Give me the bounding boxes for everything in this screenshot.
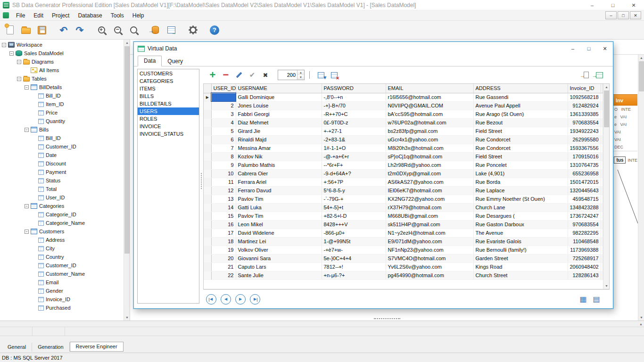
tree-item-price[interactable]: Price (0, 108, 123, 117)
cell-password[interactable]: -9-d+64A+? (322, 169, 386, 178)
menu-project[interactable]: Project (48, 10, 74, 20)
tree-item-status[interactable]: Status (0, 176, 123, 185)
collapse-icon[interactable]: − (25, 230, 29, 234)
dialog-minimize-button[interactable]: – (565, 42, 581, 55)
cell-user-id[interactable]: 21 (211, 263, 236, 271)
cell-username[interactable]: Pavlov Tim (236, 212, 322, 220)
column-header-user-id[interactable]: USER_ID (211, 84, 236, 93)
cell-invoice-id[interactable]: 262995580 (568, 135, 601, 144)
help-button[interactable]: ? (206, 23, 223, 38)
tree-scrollbar[interactable]: ▲ ▼ (124, 40, 130, 321)
cell-password[interactable]: -,8'0--+n (322, 93, 386, 101)
window-maximize-button[interactable]: □ (603, 0, 623, 10)
table-list-item-items[interactable]: ITEMS (138, 85, 199, 92)
cell-username[interactable]: Sante Julie (236, 271, 322, 280)
cell-email[interactable]: S7VMC4O@hotmail.com (386, 254, 473, 263)
table-row[interactable]: 16Leon Mikel8428+++Vsk511H4P@gmail.comRu… (204, 220, 603, 229)
cell-user-id[interactable]: 11 (211, 178, 236, 186)
cell-invoice-id[interactable]: 1736724247 (568, 212, 601, 220)
scroll-up-icon[interactable]: ▲ (638, 55, 644, 61)
table-list-item-customers[interactable]: CUSTOMERS (138, 70, 199, 77)
cell-email[interactable]: w76UP02a@hotmail.com (386, 118, 473, 127)
cell-username[interactable]: Palumbo Mathis (236, 161, 322, 169)
cell-address[interactable]: Church Lane (473, 203, 568, 212)
menu-database[interactable]: Database (74, 10, 106, 20)
table-row[interactable]: 2Jones Louise-+}-B+/70N0VIIPQ@GMAIL.COMA… (204, 101, 603, 110)
cell-invoice-id[interactable]: 459548715 (568, 195, 601, 203)
cell-password[interactable]: -+}-B+/70 (322, 101, 386, 110)
cell-address[interactable]: Rue Gaston Darboux (473, 220, 568, 229)
cell-email[interactable]: uGcr4x1@yahoo.com (386, 135, 473, 144)
mdi-close-button[interactable]: ✕ (630, 11, 641, 19)
tree-item-tables[interactable]: −Tables (0, 74, 123, 83)
cell-address[interactable]: Avenue Paul Appell (473, 101, 568, 110)
cell-address[interactable]: Rue Borda (473, 178, 568, 186)
table-list-item-roles[interactable]: ROLES (138, 115, 199, 123)
tree-item-date[interactable]: Date (0, 151, 123, 159)
cell-address[interactable]: Kings Road (473, 263, 568, 271)
collapse-icon[interactable]: − (17, 60, 21, 64)
cell-invoice-id[interactable]: 170915016 (568, 152, 601, 161)
cell-username[interactable]: Ferraro Davud (236, 186, 322, 195)
tree-item-categorie-id[interactable]: Categorie_ID (0, 210, 123, 219)
cell-email[interactable]: t2m0DXyp@gmail.com (386, 169, 473, 178)
cell-email[interactable]: bs2z83fp@gmail.com (386, 127, 473, 135)
cell-username[interactable]: Cabrera Oier (236, 169, 322, 178)
column-header-invoice-id[interactable]: Invoice_ID (568, 84, 601, 93)
cell-password[interactable]: +82-5+l-D (322, 212, 386, 220)
tree-item-all-items[interactable]: All Items (0, 66, 123, 74)
collapse-icon[interactable]: − (2, 43, 6, 47)
cell-password[interactable]: +-+27-1 (322, 127, 386, 135)
dialog-close-button[interactable]: ✕ (597, 42, 613, 55)
next-record-button[interactable]: ▶ (235, 294, 246, 304)
cell-address[interactable]: The Avenue (473, 229, 568, 237)
dialog-tab-data[interactable]: Data (138, 56, 162, 66)
cell-address[interactable]: Rue Desargues ( (473, 212, 568, 220)
column-header-address[interactable]: ADDRESS (473, 84, 568, 93)
cell-invoice-id[interactable]: 1320445643 (568, 186, 601, 195)
cell-address[interactable]: Field Street (473, 152, 568, 161)
table-row[interactable]: 17David Widelene-866-µ0+N1~y2ezH@hotmail… (204, 229, 603, 237)
table-row[interactable]: ▶Galli Dominique-,8'0--+nr16l5656@hotmai… (204, 93, 603, 101)
cell-invoice-id[interactable]: 1934922243 (568, 127, 601, 135)
tree-item-address[interactable]: Address (0, 236, 123, 244)
cell-email[interactable]: Lh2r98Rd@yahoo.com (386, 161, 473, 169)
cell-address[interactable]: Rue Condorcet (473, 135, 568, 144)
cell-user-id[interactable]: 22 (211, 271, 236, 280)
tree-item-discount[interactable]: Discount (0, 159, 123, 168)
tree-item-bill-id[interactable]: Bill_ID (0, 134, 123, 142)
settings-button[interactable] (185, 23, 201, 38)
tree-item-country[interactable]: Country (0, 253, 123, 261)
cell-address[interactable]: Garden Street (473, 254, 568, 263)
cell-email[interactable]: bA'ccS95@hotmail.com (386, 110, 473, 118)
cell-invoice-id[interactable]: 1173969388 (568, 246, 601, 254)
cell-address[interactable]: Church Street (473, 271, 568, 280)
cell-email[interactable]: NF1nNp23@yahoo.com (386, 246, 473, 254)
cell-invoice-id[interactable]: 1501472015 (568, 178, 601, 186)
grid-view-button[interactable] (577, 293, 590, 306)
vertical-splitter-handle[interactable] (201, 173, 202, 189)
tree-item-customers[interactable]: −Customers (0, 227, 123, 236)
table-row[interactable]: 11Ferrara Ariel+:56+7PAS6kAS27@yahoo.com… (204, 178, 603, 186)
export-to-table-button[interactable] (593, 68, 606, 82)
dialog-tab-query[interactable]: Query (162, 57, 189, 66)
scroll-up-icon[interactable]: ▲ (124, 40, 130, 46)
cell-address[interactable]: Rue Arago (St Ouen) (473, 110, 568, 118)
scroll-up-icon[interactable]: ▲ (639, 322, 643, 326)
cell-user-id[interactable]: 4 (211, 118, 236, 127)
cell-password[interactable]: 1#-1-1+O (322, 144, 386, 152)
cell-email[interactable]: IEl06eK7@hotmail.com (386, 186, 473, 195)
cell-invoice-id[interactable]: 1348423288 (568, 203, 601, 212)
grid-scrollbar-thumb[interactable] (604, 90, 609, 127)
cell-password[interactable]: --*6r+F+ (322, 161, 386, 169)
cell-user-id[interactable]: 16 (211, 220, 236, 229)
table-row[interactable]: 20Giovanni Sara5e-}0C+4+4S7VMC4O@hotmail… (204, 254, 603, 263)
cell-user-id[interactable]: 15 (211, 212, 236, 220)
cell-user-id[interactable]: 12 (211, 186, 236, 195)
table-row[interactable]: 4Diaz Mehmet0£-9T0D-zw76UP02a@hotmail.co… (204, 118, 603, 127)
cell-user-id[interactable]: 18 (211, 237, 236, 246)
cell-user-id[interactable]: 5 (211, 127, 236, 135)
table-row[interactable]: 8Kozlov Nik-@-+a+€+rsP}oCj1q@hotmail.com… (204, 152, 603, 161)
tree-item-categories[interactable]: −Categories (0, 202, 123, 210)
tree-item-email[interactable]: Email (0, 278, 123, 287)
